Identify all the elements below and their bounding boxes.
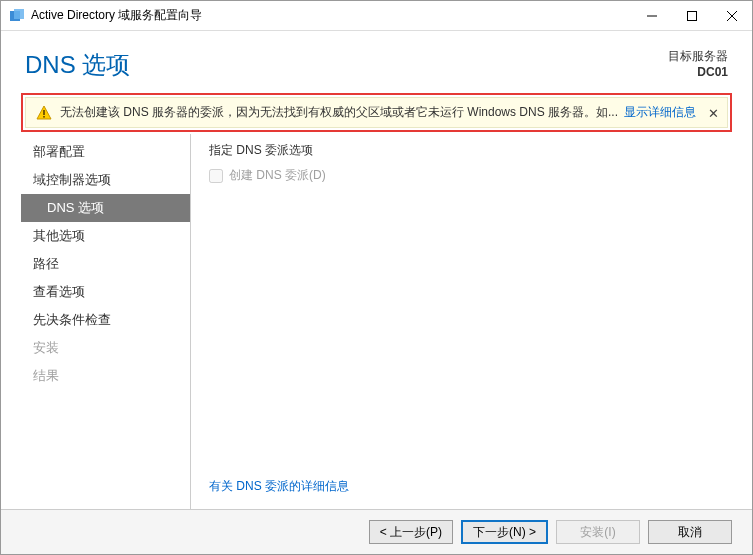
create-delegation-label: 创建 DNS 委派(D) [229,167,326,184]
install-button: 安装(I) [556,520,640,544]
content-body: 指定 DNS 委派选项 创建 DNS 委派(D) [209,142,728,472]
create-delegation-checkbox [209,169,223,183]
minimize-button[interactable] [632,1,672,31]
content-footer: 有关 DNS 委派的详细信息 [209,472,728,505]
sidebar-item-5[interactable]: 查看选项 [21,278,190,306]
more-info-link[interactable]: 有关 DNS 委派的详细信息 [209,479,349,493]
sidebar-item-7: 安装 [21,334,190,362]
titlebar: Active Directory 域服务配置向导 [1,1,752,31]
cancel-button[interactable]: 取消 [648,520,732,544]
warning-text: 无法创建该 DNS 服务器的委派，因为无法找到有权威的父区域或者它未运行 Win… [60,104,618,121]
warning-more-link[interactable]: 显示详细信息 [624,104,696,121]
create-delegation-row: 创建 DNS 委派(D) [209,167,728,184]
next-button[interactable]: 下一步(N) > [461,520,548,544]
sidebar-item-4[interactable]: 路径 [21,250,190,278]
svg-rect-1 [14,9,24,19]
section-label: 指定 DNS 委派选项 [209,142,728,159]
sidebar-item-8: 结果 [21,362,190,390]
header: DNS 选项 目标服务器 DC01 [1,31,752,87]
app-icon [9,8,25,24]
warning-banner: 无法创建该 DNS 服务器的委派，因为无法找到有权威的父区域或者它未运行 Win… [25,97,728,128]
svg-rect-3 [688,11,697,20]
previous-button[interactable]: < 上一步(P) [369,520,453,544]
sidebar-item-0[interactable]: 部署配置 [21,138,190,166]
footer: < 上一步(P) 下一步(N) > 安装(I) 取消 [1,509,752,554]
warning-icon [36,105,52,121]
close-button[interactable] [712,1,752,31]
page-title: DNS 选项 [25,49,130,81]
sidebar-item-2[interactable]: DNS 选项 [21,194,190,222]
sidebar-item-1[interactable]: 域控制器选项 [21,166,190,194]
svg-rect-8 [43,116,45,118]
content: 指定 DNS 委派选项 创建 DNS 委派(D) 有关 DNS 委派的详细信息 [191,134,732,509]
sidebar-item-3[interactable]: 其他选项 [21,222,190,250]
body: 部署配置域控制器选项DNS 选项其他选项路径查看选项先决条件检查安装结果 指定 … [21,134,732,509]
target-label: 目标服务器 [668,49,728,65]
target-name: DC01 [668,65,728,81]
target-server-info: 目标服务器 DC01 [668,49,728,80]
maximize-button[interactable] [672,1,712,31]
sidebar: 部署配置域控制器选项DNS 选项其他选项路径查看选项先决条件检查安装结果 [21,134,191,509]
window-title: Active Directory 域服务配置向导 [31,7,632,24]
warning-close-icon[interactable]: ✕ [708,105,719,120]
svg-rect-7 [43,110,45,115]
warning-highlight: 无法创建该 DNS 服务器的委派，因为无法找到有权威的父区域或者它未运行 Win… [21,93,732,132]
sidebar-item-6[interactable]: 先决条件检查 [21,306,190,334]
